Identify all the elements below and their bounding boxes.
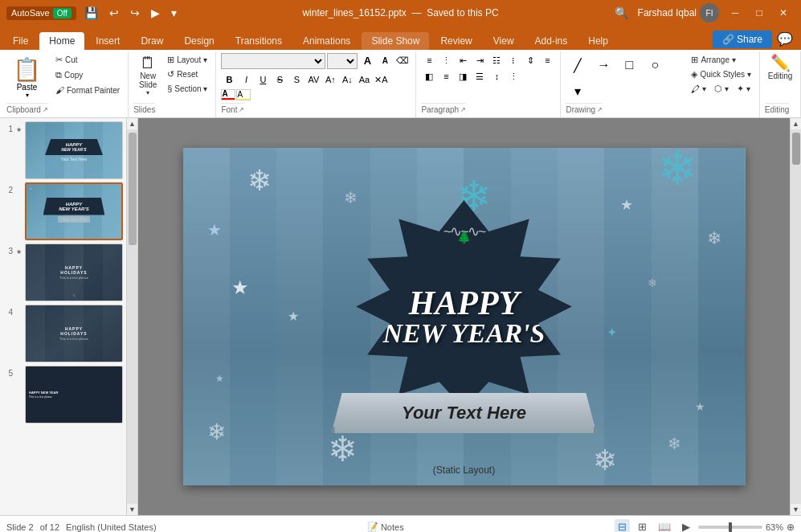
slide-thumb-1[interactable]: HAPPY NEW YEAR'S Your Text Here	[25, 121, 123, 179]
save-icon[interactable]: 💾	[81, 5, 101, 21]
cut-button[interactable]: ✂Cut	[52, 53, 123, 67]
strikethrough-button[interactable]: S	[272, 72, 288, 87]
shape-arrow[interactable]: →	[591, 53, 615, 77]
quick-styles-button[interactable]: ◈Quick Styles ▾	[688, 68, 754, 81]
customize-icon[interactable]: ▾	[168, 5, 180, 21]
drawing-label[interactable]: Drawing ↗	[566, 103, 603, 116]
tab-home[interactable]: Home	[39, 32, 84, 50]
scroll-down-arrow[interactable]: ▼	[127, 504, 138, 515]
decrease-font-button[interactable]: A	[377, 53, 393, 68]
slide-sorter-button[interactable]: ⊞	[635, 519, 650, 532]
align-right-button[interactable]: ◨	[455, 69, 471, 84]
font-color-button[interactable]: A	[221, 89, 235, 100]
justify-button[interactable]: ☰	[472, 69, 488, 84]
canvas-scroll-thumb[interactable]	[792, 133, 800, 165]
shape-outline-button[interactable]: ⬡▾	[711, 82, 732, 96]
shape-line[interactable]: ╱	[566, 53, 590, 77]
comments-button[interactable]: 💬	[772, 30, 798, 48]
slide-item-2[interactable]: 2 ★ HAPPY NEW YEAR'S Your Text Here	[3, 182, 123, 240]
clear-format-button[interactable]: ⌫	[394, 53, 411, 68]
decrease-indent-button[interactable]: ⇤	[455, 53, 471, 68]
format-painter-button[interactable]: 🖌Format Painter	[52, 84, 123, 96]
autosave-toggle[interactable]: AutoSave Off	[6, 6, 76, 20]
tab-file[interactable]: File	[3, 32, 38, 50]
convert-smartart-button[interactable]: ☷	[488, 53, 505, 68]
char-spacing-button[interactable]: AV	[305, 72, 321, 87]
search-icon[interactable]: 🔍	[610, 5, 633, 21]
new-slide-dropdown-icon[interactable]: ▾	[146, 89, 149, 96]
shape-fill-button[interactable]: 🖍▾	[688, 82, 709, 96]
clipboard-label[interactable]: Clipboard ↗	[6, 103, 48, 116]
slide-item-3[interactable]: 3 ★ HAPPY HOLIDAYS This is a test phrase	[3, 243, 123, 301]
arrange-button[interactable]: ⊞Arrange ▾	[688, 53, 754, 67]
shape-effects-button[interactable]: ✦▾	[734, 82, 754, 96]
bullets-button[interactable]: ≡	[421, 53, 437, 68]
normal-view-button[interactable]: ⊟	[615, 519, 630, 532]
font-size-up-button[interactable]: A↑	[322, 72, 338, 87]
paragraph-label[interactable]: Paragraph ↗	[421, 103, 466, 116]
slide-panel-scrollbar[interactable]: ▲ ▼	[127, 118, 138, 515]
font-label[interactable]: Font ↗	[221, 103, 244, 116]
section-button[interactable]: §Section ▾	[164, 82, 210, 95]
add-remove-col-button[interactable]: ⋮	[505, 69, 521, 84]
undo-icon[interactable]: ↩	[106, 5, 122, 21]
font-name-dropdown[interactable]	[221, 53, 325, 69]
tab-design[interactable]: Design	[174, 32, 223, 50]
fit-slide-button[interactable]: ⊕	[787, 522, 795, 533]
italic-button[interactable]: I	[238, 72, 254, 87]
canvas-scroll-up[interactable]: ▲	[791, 118, 802, 129]
increase-font-button[interactable]: A	[359, 53, 375, 68]
numbering-button[interactable]: ⋮	[438, 53, 454, 68]
clear-all-button[interactable]: ✕A	[373, 72, 389, 87]
change-case-button[interactable]: Aa	[356, 72, 372, 87]
tab-insert[interactable]: Insert	[86, 32, 129, 50]
maximize-button[interactable]: □	[748, 4, 770, 22]
bold-button[interactable]: B	[221, 72, 237, 87]
reset-button[interactable]: ↺Reset	[164, 68, 210, 81]
zoom-slider[interactable]	[698, 526, 762, 529]
status-notes[interactable]: 📝 Notes	[163, 520, 608, 532]
canvas-scrollbar[interactable]: ▲ ▼	[790, 118, 801, 515]
slide-thumb-5[interactable]: HAPPY NEW YEAR This is a test phrase	[25, 366, 123, 424]
underline-button[interactable]: U	[255, 72, 271, 87]
highlight-color-button[interactable]: A	[236, 89, 251, 100]
tab-help[interactable]: Help	[578, 32, 618, 50]
slide-item-1[interactable]: 1 ★ HAPPY NEW YEAR'S Your Text Here	[3, 121, 123, 179]
zoom-slider-thumb[interactable]	[729, 522, 732, 532]
tab-slideshow[interactable]: Slide Show	[362, 32, 429, 50]
slide-item-4[interactable]: 4 ★ HAPPY HOLIDAYS This is a test phrase	[3, 305, 123, 362]
shape-more[interactable]: ▾	[566, 79, 590, 103]
slide-thumb-4[interactable]: HAPPY HOLIDAYS This is a test phrase	[25, 305, 123, 362]
present-icon[interactable]: ▶	[148, 5, 163, 21]
align-left-button[interactable]: ◧	[421, 69, 437, 84]
share-button[interactable]: 🔗 Share	[713, 31, 772, 48]
editing-button[interactable]: ✏️ Editing	[765, 53, 796, 82]
paste-dropdown-icon[interactable]: ▾	[26, 92, 29, 99]
tab-transitions[interactable]: Transitions	[226, 32, 292, 50]
slide-item-5[interactable]: 5 ★ HAPPY NEW YEAR This is a test phrase	[3, 366, 123, 424]
line-spacing-button[interactable]: ↕	[488, 69, 505, 84]
canvas-scroll-down[interactable]: ▼	[791, 504, 802, 515]
user-profile[interactable]: Farshad Iqbal FI	[638, 3, 719, 23]
align-center-button[interactable]: ≡	[438, 69, 454, 84]
tab-view[interactable]: View	[484, 32, 524, 50]
paste-button[interactable]: 📋 Paste ▾	[6, 53, 47, 102]
close-button[interactable]: ✕	[772, 4, 795, 22]
increase-indent-button[interactable]: ⇥	[472, 53, 488, 68]
notes-button[interactable]: 📝 Notes	[362, 520, 409, 532]
font-size-down-button[interactable]: A↓	[339, 72, 355, 87]
slide-thumb-3[interactable]: HAPPY HOLIDAYS This is a test phrase 🦌	[25, 243, 123, 301]
align-text-button[interactable]: ≡	[539, 53, 555, 68]
shape-oval[interactable]: ○	[643, 53, 667, 77]
tab-animations[interactable]: Animations	[293, 32, 360, 50]
reading-view-button[interactable]: 📖	[655, 519, 674, 532]
slide-thumb-2[interactable]: HAPPY NEW YEAR'S Your Text Here ❄ ❄	[25, 182, 123, 240]
shape-rect[interactable]: □	[617, 53, 641, 77]
slide-scroll-thumb[interactable]	[129, 133, 137, 245]
new-slide-button[interactable]: 🗒 New Slide ▾	[133, 53, 162, 98]
font-size-dropdown[interactable]	[327, 53, 358, 69]
slideshow-view-button[interactable]: ▶	[679, 519, 693, 532]
tab-review[interactable]: Review	[431, 32, 481, 50]
redo-icon[interactable]: ↪	[127, 5, 143, 21]
tab-draw[interactable]: Draw	[131, 32, 173, 50]
